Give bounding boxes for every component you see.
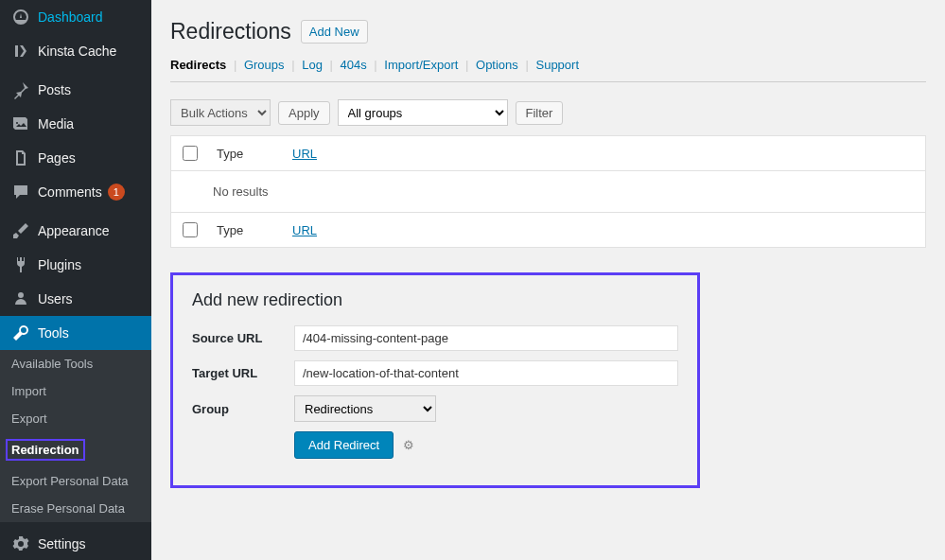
brush-icon	[11, 221, 30, 240]
pin-icon	[11, 80, 30, 99]
submenu-import[interactable]: Import	[0, 377, 151, 405]
source-url-label: Source URL	[192, 331, 294, 345]
apply-button[interactable]: Apply	[278, 101, 330, 125]
page-title: Redirections	[170, 19, 291, 44]
sidebar-label: Appearance	[38, 223, 110, 238]
wrench-icon	[11, 324, 30, 342]
sidebar-label: Dashboard	[38, 9, 103, 25]
sidebar-label: Comments	[38, 184, 102, 200]
sidebar-label: Users	[38, 291, 73, 306]
comments-icon	[11, 183, 30, 201]
submenu-erase-personal[interactable]: Erase Personal Data	[0, 495, 151, 522]
sidebar-item-plugins[interactable]: Plugins	[0, 248, 151, 282]
sidebar-item-posts[interactable]: Posts	[0, 73, 151, 107]
sidebar-item-users[interactable]: Users	[0, 282, 151, 316]
tab-bar: Redirects | Groups | Log | 404s | Import…	[170, 58, 926, 82]
gear-icon[interactable]: ⚙	[403, 438, 414, 452]
tab-redirects[interactable]: Redirects	[170, 58, 226, 72]
pages-icon	[11, 149, 30, 167]
sidebar-label: Tools	[38, 325, 69, 341]
sidebar-label: Media	[38, 116, 74, 131]
table-body: No results	[171, 171, 925, 212]
sidebar-label: Posts	[38, 82, 71, 97]
submenu-export[interactable]: Export	[0, 405, 151, 432]
tab-log[interactable]: Log	[302, 58, 323, 72]
submenu-available-tools[interactable]: Available Tools	[0, 350, 151, 377]
add-new-button[interactable]: Add New	[301, 20, 368, 44]
source-url-input[interactable]	[294, 325, 678, 351]
select-all-checkbox[interactable]	[183, 146, 198, 161]
sidebar-label: Settings	[38, 536, 86, 551]
submenu-export-personal[interactable]: Export Personal Data	[0, 467, 151, 495]
settings-icon	[11, 534, 30, 553]
col-type: Type	[217, 147, 273, 161]
user-icon	[11, 289, 30, 308]
dashboard-icon	[11, 8, 30, 26]
sidebar-label: Pages	[38, 150, 76, 166]
sidebar-item-media[interactable]: Media	[0, 107, 151, 141]
sidebar-item-tools[interactable]: Tools	[0, 316, 151, 350]
sidebar-item-comments[interactable]: Comments 1	[0, 175, 151, 209]
tab-support[interactable]: Support	[535, 58, 579, 72]
add-redirection-box: Add new redirection Source URL Target UR…	[170, 272, 700, 488]
bulk-actions-select[interactable]: Bulk Actions	[170, 99, 271, 126]
filter-button[interactable]: Filter	[516, 101, 564, 125]
tab-groups[interactable]: Groups	[244, 58, 285, 72]
col-type-foot: Type	[217, 223, 273, 237]
target-url-input[interactable]	[294, 360, 678, 386]
redirects-table: Type URL No results Type URL	[170, 135, 926, 248]
main-content: Redirections Add New Redirects | Groups …	[151, 0, 945, 560]
tab-404s[interactable]: 404s	[341, 58, 367, 72]
table-toolbar: Bulk Actions Apply All groups Filter	[170, 99, 926, 126]
table-footer: Type URL	[171, 212, 925, 247]
admin-sidebar: Dashboard Kinsta Cache Posts Media Pages…	[0, 0, 151, 560]
kinsta-icon	[11, 42, 30, 61]
col-url-foot[interactable]: URL	[292, 223, 317, 237]
add-redirect-button[interactable]: Add Redirect	[294, 431, 394, 459]
sidebar-item-appearance[interactable]: Appearance	[0, 214, 151, 248]
tab-options[interactable]: Options	[476, 58, 518, 72]
page-header: Redirections Add New	[170, 19, 926, 44]
sidebar-label: Plugins	[38, 257, 81, 272]
tab-import-export[interactable]: Import/Export	[384, 58, 458, 72]
sidebar-label: Kinsta Cache	[38, 44, 116, 59]
target-url-label: Target URL	[192, 366, 294, 380]
sidebar-item-pages[interactable]: Pages	[0, 141, 151, 175]
col-url[interactable]: URL	[292, 147, 317, 161]
plug-icon	[11, 255, 30, 274]
group-label: Group	[192, 402, 294, 416]
table-header: Type URL	[171, 136, 925, 171]
all-groups-select[interactable]: All groups	[338, 99, 508, 126]
media-icon	[11, 114, 30, 133]
select-all-footer-checkbox[interactable]	[183, 222, 198, 237]
sidebar-item-settings[interactable]: Settings	[0, 527, 151, 560]
sidebar-item-dashboard[interactable]: Dashboard	[0, 0, 151, 34]
submenu-redirection[interactable]: Redirection	[0, 432, 151, 467]
group-select[interactable]: Redirections	[294, 395, 436, 422]
add-redirection-title: Add new redirection	[192, 290, 678, 310]
sidebar-item-kinsta[interactable]: Kinsta Cache	[0, 34, 151, 68]
comments-count-badge: 1	[108, 184, 125, 201]
tools-submenu: Available Tools Import Export Redirectio…	[0, 350, 151, 522]
